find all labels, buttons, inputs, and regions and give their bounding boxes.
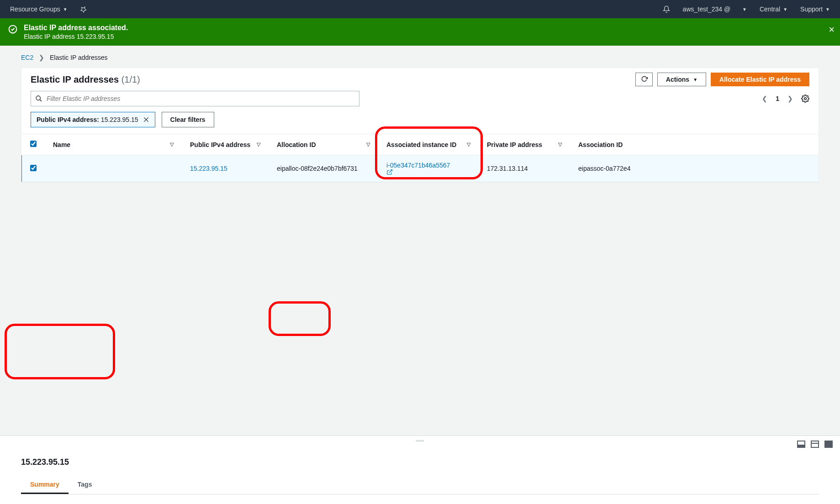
allocate-label: Allocate Elastic IP address [719,76,801,83]
svg-point-1 [36,96,40,100]
search-icon [35,95,42,102]
cell-private-ip: 172.31.13.114 [479,155,570,182]
elastic-ip-table: Name▽ Public IPv4 address▽ Allocation ID… [21,134,819,182]
refresh-icon [640,76,648,83]
select-all-checkbox[interactable] [30,141,37,147]
sort-icon[interactable]: ▽ [366,142,370,147]
next-page-button[interactable]: ❯ [786,93,795,104]
support-label: Support [800,5,823,13]
svg-point-2 [804,98,807,100]
refresh-button[interactable] [635,73,653,86]
filter-chip-key: Public IPv4 address: [37,116,99,123]
chevron-right-icon: ❯ [39,54,44,61]
table-row[interactable]: 15.223.95.15 eipalloc-08f2e24e0b7bf6731 … [22,155,819,182]
success-flash: Elastic IP address associated. Elastic I… [0,18,840,46]
breadcrumb-current: Elastic IP addresses [50,54,108,61]
filter-input[interactable] [31,91,359,106]
caret-down-icon: ▼ [783,7,787,12]
cell-public-ip-link[interactable]: 15.223.95.15 [190,165,227,172]
allocate-eip-button[interactable]: Allocate Elastic IP address [711,73,809,86]
cell-instance-link[interactable]: i-05e347c71b46a5567 [386,162,450,169]
resource-groups-menu[interactable]: Resource Groups ▼ [5,5,72,13]
caret-down-icon: ▼ [63,7,68,12]
cell-allocation-id: eipalloc-08f2e24e0b7bf6731 [269,155,378,182]
sort-icon[interactable]: ▽ [558,142,562,147]
elastic-ip-panel: Elastic IP addresses (1/1) Actions ▼ All… [21,68,819,183]
caret-down-icon: ▼ [825,7,830,12]
notifications-button[interactable] [658,5,675,13]
prev-page-button[interactable]: ❮ [760,93,769,104]
pin-icon [79,5,88,13]
region-menu[interactable]: Central ▼ [755,5,792,13]
col-private-ip[interactable]: Private IP address [487,141,542,148]
settings-button[interactable] [801,94,809,103]
actions-label: Actions [666,76,689,83]
cell-association-id: eipassoc-0a772e4 [570,155,819,182]
page-number: 1 [776,95,779,102]
actions-dropdown[interactable]: Actions ▼ [657,73,706,86]
caret-down-icon: ▼ [693,77,697,82]
close-icon [143,116,149,123]
sort-icon[interactable]: ▽ [170,142,174,147]
caret-down-icon: ▼ [742,7,747,12]
account-menu[interactable]: aws_test_234 @ ▼ [678,5,751,13]
pin-button[interactable] [76,6,91,12]
support-menu[interactable]: Support ▼ [796,5,835,13]
flash-close-button[interactable]: × [829,24,835,36]
account-label: aws_test_234 @ [683,5,731,13]
bell-icon [663,5,670,13]
col-allocation-id[interactable]: Allocation ID [277,141,316,148]
panel-title-count: (1/1) [122,74,140,84]
flash-subtitle: Elastic IP address 15.223.95.15 [24,33,128,40]
breadcrumb-root-link[interactable]: EC2 [21,54,33,61]
panel-title-text: Elastic IP addresses [31,74,119,84]
panel-title: Elastic IP addresses (1/1) [31,74,140,85]
gear-icon [801,94,809,103]
external-link-icon[interactable] [386,169,470,175]
check-circle-icon [8,25,17,34]
col-public-ip[interactable]: Public IPv4 address [190,141,250,148]
col-name[interactable]: Name [53,141,70,148]
filter-chip-value: 15.223.95.15 [101,116,138,123]
resource-groups-label: Resource Groups [10,5,60,13]
flash-title: Elastic IP address associated. [24,24,128,32]
col-association-id[interactable]: Association ID [578,141,623,148]
region-label: Central [760,5,780,13]
filter-chip[interactable]: Public IPv4 address: 15.223.95.15 [31,112,155,127]
clear-filters-label: Clear filters [170,116,206,123]
remove-filter-button[interactable] [143,116,149,123]
clear-filters-button[interactable]: Clear filters [162,112,214,127]
top-navigation: Resource Groups ▼ aws_test_234 @ ▼ Centr… [0,0,840,18]
sort-icon[interactable]: ▽ [257,142,260,147]
cell-name [45,155,182,182]
row-checkbox[interactable] [30,165,37,171]
col-associated-instance[interactable]: Associated instance ID [386,141,456,148]
sort-icon[interactable]: ▽ [467,142,470,147]
breadcrumb: EC2 ❯ Elastic IP addresses [0,46,840,68]
